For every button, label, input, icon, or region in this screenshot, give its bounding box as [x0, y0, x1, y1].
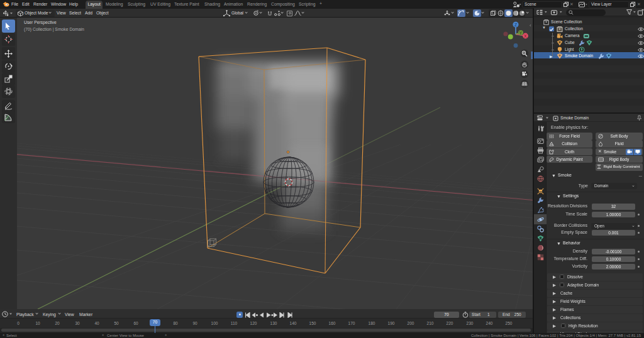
svg-text:‹: ‹ — [530, 23, 531, 28]
svg-text:X: X — [524, 34, 527, 38]
svg-text:Y: Y — [519, 31, 523, 35]
svg-text:Z: Z — [514, 23, 517, 27]
